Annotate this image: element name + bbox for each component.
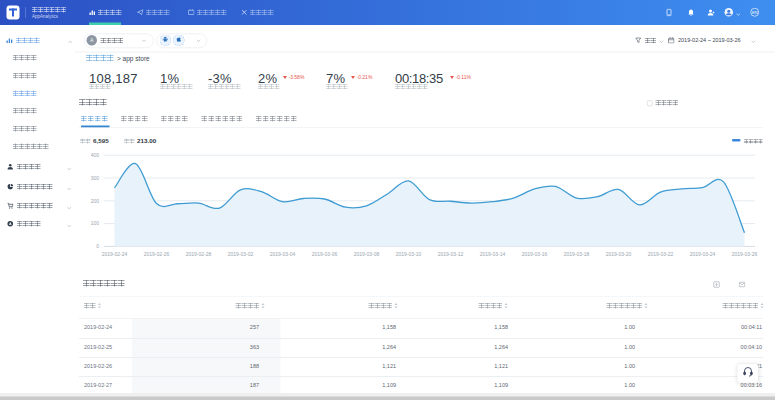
svg-text:2019-03-22: 2019-03-22 [648, 251, 674, 257]
svg-text:2019-03-24: 2019-03-24 [690, 251, 716, 257]
svg-text:300: 300 [91, 175, 100, 181]
svg-text:2019-02-26: 2019-02-26 [144, 251, 170, 257]
svg-text:EN: EN [752, 10, 758, 15]
svg-text:200: 200 [91, 198, 100, 204]
svg-text:2019-03-02: 2019-03-02 [228, 251, 254, 257]
svg-text:2019-03-04: 2019-03-04 [270, 251, 296, 257]
svg-text:2019-03-16: 2019-03-16 [522, 251, 548, 257]
svg-text:100: 100 [91, 220, 100, 226]
svg-text:2019-03-06: 2019-03-06 [312, 251, 338, 257]
svg-text:2019-02-28: 2019-02-28 [186, 251, 212, 257]
svg-text:2019-03-08: 2019-03-08 [354, 251, 380, 257]
svg-text:2019-03-12: 2019-03-12 [438, 251, 464, 257]
svg-text:2019-03-10: 2019-03-10 [396, 251, 422, 257]
svg-text:2019-03-26: 2019-03-26 [732, 251, 758, 257]
svg-text:400: 400 [91, 152, 100, 158]
svg-text:2019-03-20: 2019-03-20 [606, 251, 632, 257]
svg-text:2019-03-14: 2019-03-14 [480, 251, 506, 257]
svg-text:0: 0 [96, 243, 99, 249]
svg-text:2019-03-18: 2019-03-18 [564, 251, 590, 257]
svg-text:2019-02-24: 2019-02-24 [102, 251, 128, 257]
